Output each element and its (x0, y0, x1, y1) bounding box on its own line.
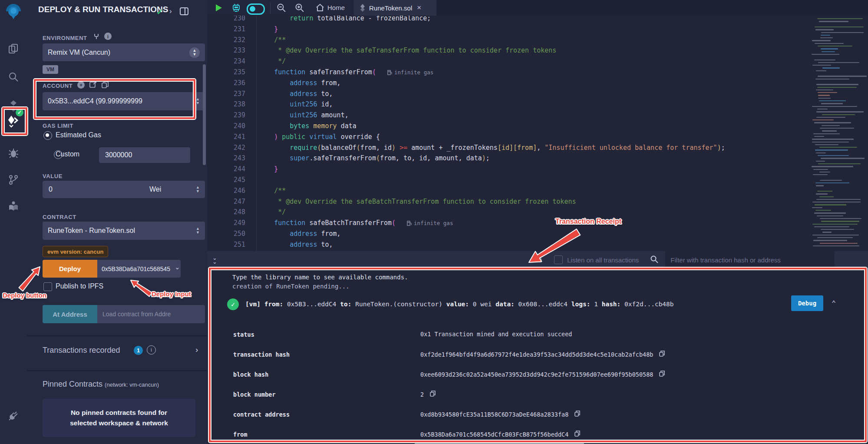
ai-toggle-knob (250, 6, 255, 12)
code-editor[interactable]: 230 return totalBalance - frozenBalance;… (207, 16, 868, 251)
tab-close-icon[interactable]: × (417, 3, 421, 12)
infinite-gas-note: infinite gas (407, 218, 453, 229)
tab-runetoken[interactable]: RuneToken.sol × (354, 0, 436, 16)
receipt-row-label: block number (233, 391, 276, 398)
infinite-gas-note: infinite gas (387, 67, 433, 78)
copy-icon[interactable] (430, 391, 436, 398)
copy-icon[interactable] (659, 371, 665, 378)
receipt-row-label: status (233, 331, 254, 338)
collapse-receipt-icon[interactable]: ⌃ (832, 299, 836, 308)
code-line: 240 bytes memory data (207, 121, 806, 132)
deploy-run-icon-active[interactable] (0, 109, 27, 133)
terminal-search-icon[interactable] (650, 255, 658, 265)
copy-icon[interactable] (574, 431, 580, 438)
code-line: 241 ) public virtual override { (207, 132, 806, 142)
account-select[interactable]: 0x5B3...eddC4 (99.999999999 ▲▼ (43, 92, 205, 110)
debugger-icon[interactable] (0, 143, 27, 162)
code-line: 238 uint256 id, (207, 99, 806, 110)
environment-select[interactable]: Remix VM (Cancun) ▲▼ (43, 43, 205, 61)
ai-toggle[interactable] (247, 3, 265, 15)
value-unit-stepper-icon[interactable]: ▲▼ (196, 186, 200, 193)
tx-summary[interactable]: [vm] from: 0x5B3...eddC4 to: RuneToken.(… (245, 301, 674, 308)
code-line: 248 */ (207, 207, 806, 218)
editor-minimap[interactable] (810, 17, 868, 250)
deploy-button[interactable]: Deploy (43, 260, 97, 278)
run-script-icon[interactable] (214, 3, 223, 14)
estimated-gas-radio[interactable] (43, 131, 52, 140)
line-number: 231 (207, 24, 258, 35)
tx-success-icon: ✓ (227, 298, 239, 310)
environment-info-icon[interactable]: i (104, 33, 112, 40)
filter-input[interactable]: Filter with transaction hash or address (665, 251, 835, 268)
at-address-button[interactable]: At Address (43, 305, 97, 323)
file-explorer-icon[interactable] (0, 39, 27, 58)
code-line: 239 uint256 amount, (207, 110, 806, 121)
panel-forward-icon[interactable]: › (169, 7, 172, 16)
search-icon[interactable] (0, 67, 27, 86)
home-icon[interactable] (315, 3, 325, 14)
home-tab[interactable]: Home (327, 4, 345, 11)
custom-gas-label: Custom (56, 150, 79, 158)
line-number: 247 (207, 196, 258, 207)
code-line: 244 } (207, 164, 806, 175)
line-number: 250 (207, 229, 258, 239)
environment-label: ENVIRONMENT (43, 35, 87, 41)
deploy-input[interactable]: 0x5B38Da6a701c568545 (97, 260, 181, 278)
environment-stepper-icon[interactable]: ▲▼ (189, 47, 200, 58)
ai-assistant-icon[interactable] (231, 3, 241, 15)
learn-icon[interactable] (0, 196, 27, 215)
line-number: 241 (207, 132, 258, 142)
at-address-input[interactable]: Load contract from Addre (97, 305, 205, 323)
code-line: 235 function safeTransferFrom(infinite g… (207, 67, 806, 78)
tab-label: RuneToken.sol (369, 4, 412, 12)
expand-terminal-icon[interactable]: ⌄⌄ (212, 256, 217, 264)
sign-message-icon[interactable] (89, 81, 97, 90)
copy-icon[interactable] (574, 411, 580, 418)
code-line: 233 * @dev Override the safeTransferFrom… (207, 45, 806, 56)
transaction-count: 0 (538, 256, 542, 264)
icon-rail: ✓ (0, 0, 27, 444)
git-icon[interactable] (0, 170, 27, 189)
panel-scrollbar[interactable] (203, 64, 206, 165)
zoom-out-icon[interactable] (276, 3, 286, 14)
remix-logo[interactable] (0, 3, 27, 22)
contract-stepper-icon[interactable]: ▲▼ (196, 227, 200, 235)
line-number: 242 (207, 142, 258, 153)
publish-ipfs-checkbox[interactable] (43, 282, 52, 291)
copy-icon[interactable] (659, 351, 665, 358)
code-line: 249 function safeBatchTransferFrom(infin… (207, 218, 806, 229)
code-line: 247 * @dev Override the safeBatchTransfe… (207, 196, 806, 207)
receipt-row-value: 0xd8b934580fcE35a11B58C6D73aDeE468a2833f… (420, 411, 580, 418)
transactions-recorded-label: Transactions recorded (43, 346, 120, 355)
value-input[interactable]: 0 (43, 181, 155, 198)
line-number: 233 (207, 45, 258, 56)
debug-button[interactable]: Debug (791, 295, 823, 311)
line-number: 245 (207, 175, 258, 186)
panel-layout-icon[interactable] (180, 7, 188, 17)
terminal[interactable]: Type the library name to see available c… (207, 268, 868, 444)
listen-all-checkbox[interactable] (554, 255, 563, 264)
fork-state-icon[interactable] (93, 33, 100, 42)
transactions-expand-icon[interactable]: › (195, 345, 198, 355)
code-line: 242 require(balanceOf(from, id) >= amoun… (207, 142, 806, 153)
copy-account-icon[interactable] (102, 81, 109, 90)
transactions-info-icon[interactable]: i (147, 345, 156, 355)
line-number: 237 (207, 89, 258, 99)
value-unit-select[interactable]: Wei ▲▼ (144, 181, 205, 198)
add-account-icon[interactable]: + (77, 81, 85, 89)
terminal-toolbar: ⌄⌄ 0 Listen on all transactions Filter w… (207, 251, 868, 268)
contract-select[interactable]: RuneToken - RuneToken.sol ▲▼ (43, 222, 205, 240)
account-stepper-icon[interactable]: ▲▼ (196, 97, 200, 105)
panel-title: DEPLOY & RUN TRANSACTIONS (38, 4, 168, 15)
line-number: 251 (207, 239, 258, 250)
code-line: 250 address from, (207, 229, 806, 239)
line-number: 239 (207, 110, 258, 121)
line-number: 238 (207, 99, 258, 110)
plugin-manager-icon[interactable] (0, 406, 27, 425)
zoom-in-icon[interactable] (294, 3, 304, 14)
line-number: 236 (207, 78, 258, 89)
code-line: 245 (207, 175, 806, 186)
receipt-row-value: 2 (420, 391, 436, 398)
custom-gas-input[interactable]: 3000000 (99, 147, 190, 163)
deploy-expand-icon[interactable]: ⌄ (175, 263, 180, 271)
